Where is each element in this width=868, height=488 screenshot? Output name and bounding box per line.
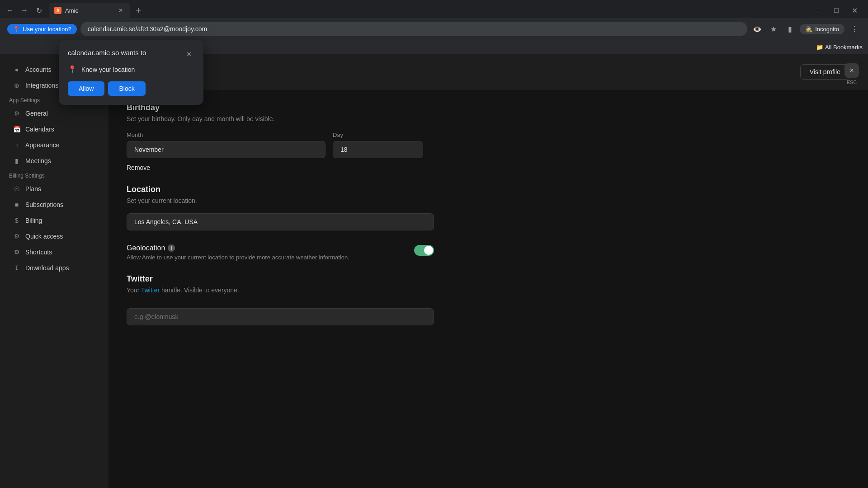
popup-close-button[interactable]: × xyxy=(184,49,194,60)
twitter-handle-input[interactable] xyxy=(127,308,434,325)
month-label: Month xyxy=(127,131,326,138)
incognito-badge[interactable]: 🕵 Incognito xyxy=(800,24,844,34)
popup-permission-row: 📍 Know your location xyxy=(68,65,194,74)
twitter-link[interactable]: Twitter xyxy=(141,286,160,294)
nav-controls: ← → ↻ xyxy=(4,4,45,17)
sidebar-item-meetings[interactable]: ▮ Meetings xyxy=(4,153,105,169)
block-button[interactable]: Block xyxy=(108,81,145,96)
content-panel: Sarah Tyler afe130a2@moodjoy.com Visit p… xyxy=(108,54,868,488)
month-field-group: Month xyxy=(127,131,326,158)
bookmark-icon[interactable]: ★ xyxy=(767,23,780,35)
shortcuts-icon: ⚙ xyxy=(13,248,21,256)
location-title: Location xyxy=(127,185,850,194)
incognito-icon: 🕵 xyxy=(805,26,812,33)
location-input[interactable] xyxy=(127,213,434,230)
bookmarks-icon: 📁 xyxy=(816,44,823,51)
tab-title: Amie xyxy=(65,7,113,14)
address-bar: 📍 Use your location? calendar.amie.so/af… xyxy=(0,18,868,40)
sidebar: ● Accounts ⊛ Integrations App Settings ⚙… xyxy=(0,54,108,488)
sidebar-item-billing[interactable]: $ Billing xyxy=(4,213,105,228)
billing-settings-label: Billing Settings xyxy=(0,169,108,181)
birthday-description: Set your birthday. Only day and month wi… xyxy=(127,115,850,122)
allow-button[interactable]: Allow xyxy=(68,81,104,96)
subscriptions-icon: ■ xyxy=(13,201,21,209)
popup-header: calendar.amie.so wants to × xyxy=(68,49,194,60)
sidebar-item-general[interactable]: ⚙ General xyxy=(4,106,105,121)
integrations-icon: ⊛ xyxy=(13,81,21,89)
popup-buttons: Allow Block xyxy=(68,81,194,96)
geolocation-description: Allow Amie to use your current location … xyxy=(127,254,349,261)
popup-title: calendar.amie.so wants to xyxy=(68,49,146,56)
tab-favicon: A xyxy=(54,7,61,14)
esc-label: ESC xyxy=(847,80,857,85)
meetings-icon: ▮ xyxy=(13,157,21,165)
sidebar-item-quick-access[interactable]: ⚙ Quick access xyxy=(4,229,105,244)
url-bar[interactable]: calendar.amie.so/afe130a2@moodjoy.com xyxy=(80,22,748,36)
day-field-group: Day xyxy=(333,131,423,158)
tab-bar: ← → ↻ A Amie ✕ + ‒ □ ✕ xyxy=(0,0,868,18)
general-icon: ⚙ xyxy=(13,109,21,117)
new-tab-button[interactable]: + xyxy=(132,4,145,17)
calendars-icon: 📅 xyxy=(13,125,21,133)
maximize-button[interactable]: □ xyxy=(830,4,843,17)
back-button[interactable]: ← xyxy=(4,4,16,17)
twitter-title: Twitter xyxy=(127,274,850,284)
popup-permission-label: Know your location xyxy=(81,66,135,73)
accounts-icon: ● xyxy=(13,66,21,74)
appearance-icon: ▫ xyxy=(13,141,21,149)
download-icon: ↧ xyxy=(13,264,21,272)
forward-button[interactable]: → xyxy=(18,4,31,17)
billing-icon: $ xyxy=(13,216,21,225)
geolocation-info-icon[interactable]: i xyxy=(168,244,175,252)
sidebar-item-calendars[interactable]: 📅 Calendars xyxy=(4,122,105,137)
day-input[interactable] xyxy=(333,141,423,158)
location-description: Set your current location. xyxy=(127,197,850,204)
sidebar-item-download-apps[interactable]: ↧ Download apps xyxy=(4,260,105,276)
geolocation-text: Geolocation i Allow Amie to use your cur… xyxy=(127,244,349,261)
twitter-description: Your Twitter handle. Visible to everyone… xyxy=(127,286,850,294)
quick-access-icon: ⚙ xyxy=(13,232,21,240)
close-icon: × xyxy=(844,63,859,78)
sidebar-item-appearance[interactable]: ▫ Appearance xyxy=(4,137,105,153)
sidebar-item-plans[interactable]: ☉ Plans xyxy=(4,181,105,197)
permission-popup: calendar.amie.so wants to × 📍 Know your … xyxy=(59,40,203,105)
content-body: Birthday Set your birthday. Only day and… xyxy=(108,89,868,339)
profile-header: Sarah Tyler afe130a2@moodjoy.com Visit p… xyxy=(108,54,868,89)
location-permission-pill[interactable]: 📍 Use your location? xyxy=(7,24,77,34)
visit-profile-button[interactable]: Visit profile xyxy=(800,64,850,80)
geolocation-section: Geolocation i Allow Amie to use your cur… xyxy=(127,244,434,261)
main-content: ● Accounts ⊛ Integrations App Settings ⚙… xyxy=(0,54,868,488)
remove-birthday-link[interactable]: Remove xyxy=(127,164,150,171)
sidebar-toggle-button[interactable]: ▮ xyxy=(783,23,796,35)
close-window-button[interactable]: ✕ xyxy=(848,4,861,17)
window-controls: ‒ □ ✕ xyxy=(812,4,864,17)
tab-close-button[interactable]: ✕ xyxy=(117,6,125,14)
plans-icon: ☉ xyxy=(13,185,21,193)
reload-button[interactable]: ↻ xyxy=(33,4,45,17)
day-label: Day xyxy=(333,131,423,138)
month-input[interactable] xyxy=(127,141,326,158)
sidebar-item-shortcuts[interactable]: ⚙ Shortcuts xyxy=(4,244,105,260)
birthday-fields: Month Day xyxy=(127,131,850,158)
geolocation-title: Geolocation i xyxy=(127,244,349,252)
location-icon: 📍 xyxy=(13,26,20,33)
location-section: Location Set your current location. xyxy=(127,185,850,230)
geolocation-toggle[interactable] xyxy=(414,245,434,256)
browser-actions: 👁️ ★ ▮ 🕵 Incognito ⋮ xyxy=(751,23,861,35)
twitter-section: Twitter Your Twitter handle. Visible to … xyxy=(127,274,850,325)
all-bookmarks-link[interactable]: 📁 All Bookmarks xyxy=(816,44,863,51)
eye-slash-icon[interactable]: 👁️ xyxy=(751,23,764,35)
birthday-title: Birthday xyxy=(127,103,850,113)
sidebar-item-subscriptions[interactable]: ■ Subscriptions xyxy=(4,197,105,212)
menu-button[interactable]: ⋮ xyxy=(848,23,861,35)
active-tab[interactable]: A Amie ✕ xyxy=(49,3,130,18)
minimize-button[interactable]: ‒ xyxy=(812,4,825,17)
birthday-section: Birthday Set your birthday. Only day and… xyxy=(127,103,850,185)
location-pin-icon: 📍 xyxy=(68,65,77,74)
esc-button[interactable]: × ESC xyxy=(844,63,859,85)
